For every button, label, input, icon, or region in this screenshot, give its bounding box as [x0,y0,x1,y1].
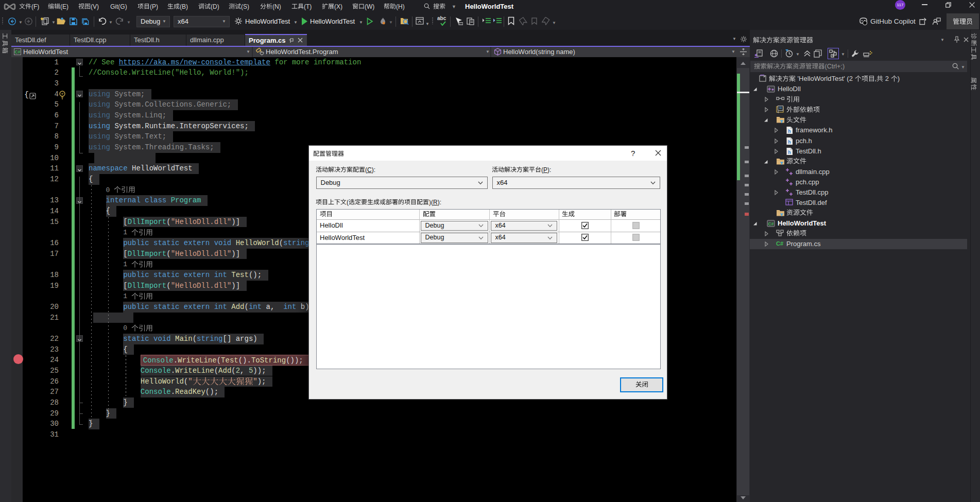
svg-text:h: h [788,150,791,155]
svg-text:C#: C# [768,221,774,226]
svg-text:h: h [788,140,791,145]
svg-text:C#: C# [15,49,21,55]
svg-text:h: h [788,129,791,134]
